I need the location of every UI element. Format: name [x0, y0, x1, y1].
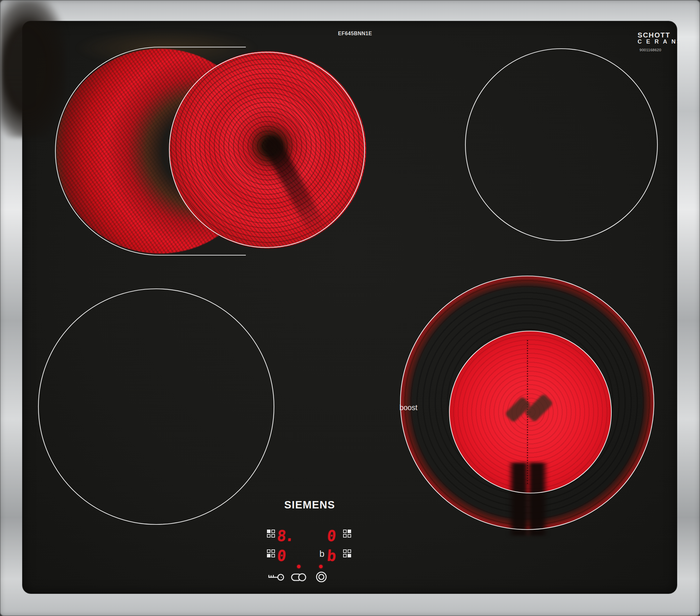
zone-outline-rear-left-oval	[55, 47, 246, 255]
zone-indicator-front-right	[343, 550, 351, 557]
zone-outline-front-right-inner	[449, 331, 611, 493]
child-lock-touch-key[interactable]	[267, 572, 285, 583]
oval-zone-touch-key[interactable]	[291, 572, 307, 582]
two-circuit-icon	[315, 570, 328, 583]
siemens-logo: SIEMENS	[284, 499, 335, 511]
display-level-front-left: 0	[277, 548, 286, 563]
zone-outline-rear-left-circle	[169, 52, 365, 247]
zone-indicator-front-left	[267, 550, 275, 557]
zone-indicator-rear-right	[343, 530, 351, 538]
display-level-front-right: b	[326, 548, 336, 563]
two-circuit-key-led	[319, 565, 323, 568]
boost-printed-b-label: b	[320, 549, 325, 559]
part-number-label: 9001168620	[639, 48, 661, 52]
registered-trademark-symbol: ®	[677, 38, 679, 43]
zone-outline-rear-right	[465, 49, 658, 241]
zone-outline-layer	[0, 0, 700, 616]
boost-zone-label: boost	[399, 403, 417, 412]
model-number-label: EF645BNN1E	[338, 31, 372, 37]
zone-outline-front-left	[38, 289, 274, 525]
schott-logo-line2: C E R A N®	[638, 39, 679, 45]
oval-zone-key-led	[297, 565, 301, 568]
display-level-rear-left: 8.	[277, 528, 294, 543]
schott-logo-line1: SCHOTT	[638, 32, 679, 39]
zone-indicator-rear-left	[267, 530, 275, 538]
two-circuit-zone-touch-key[interactable]	[315, 570, 328, 583]
zone-outline-front-right-outer	[400, 276, 654, 530]
key-icon	[267, 572, 285, 583]
oval-zone-icon	[291, 572, 307, 582]
display-level-rear-right: 0	[326, 528, 336, 543]
schott-ceran-logo: SCHOTT C E R A N®	[638, 32, 679, 45]
cooktop-photo: EF645BNN1E SCHOTT C E R A N® 9001168620 …	[0, 0, 700, 616]
